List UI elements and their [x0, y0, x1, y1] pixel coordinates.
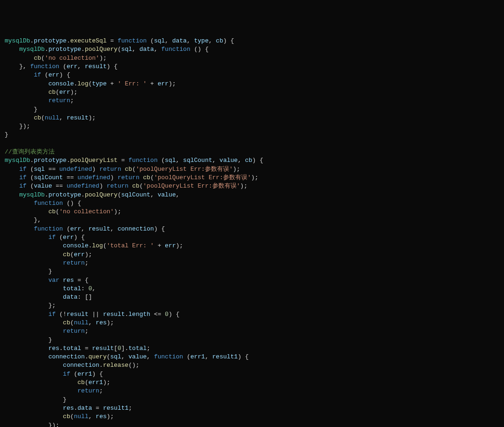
code-block: mysqlDb.prototype.executeSql = function … [5, 37, 499, 427]
